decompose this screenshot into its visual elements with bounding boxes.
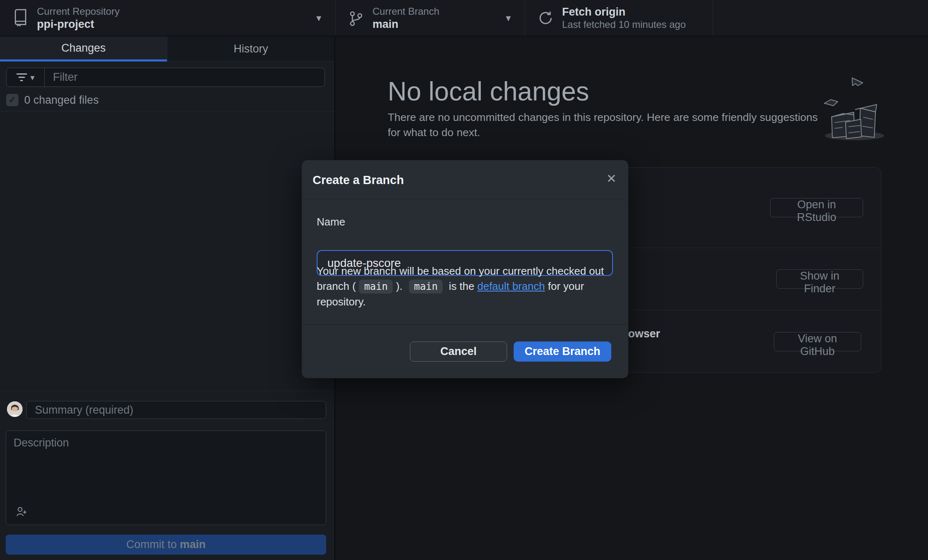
commit-description-input[interactable] (6, 431, 326, 501)
changes-sidebar: Changes History ▾ ✓ 0 changed files (0, 36, 335, 560)
current-repository-name: ppi-project (37, 18, 119, 31)
dialog-description: Your new branch will be based on your cu… (317, 264, 620, 310)
tab-changes-label: Changes (61, 42, 105, 55)
paper-plane-icon (852, 78, 863, 86)
chevron-down-icon: ▾ (316, 12, 321, 24)
changed-files-row: ✓ 0 changed files (6, 93, 99, 107)
empty-state-description: There are no uncommitted changes in this… (388, 110, 818, 140)
select-all-checkbox[interactable]: ✓ (6, 94, 18, 106)
cancel-button[interactable]: Cancel (410, 341, 507, 362)
show-in-finder-button[interactable]: Show in Finder (776, 269, 863, 289)
branch-code-badge: main (409, 280, 443, 294)
tab-history-label: History (233, 43, 268, 55)
toolbar: Current Repository ppi-project ▾ Current… (0, 0, 928, 36)
dialog-title: Create a Branch (313, 173, 404, 187)
filter-options-button[interactable]: ▾ (7, 68, 45, 87)
tab-history[interactable]: History (167, 36, 334, 61)
commit-button-branch: main (180, 538, 206, 551)
commit-to-branch-button[interactable]: Commit to main (6, 535, 326, 555)
current-repository-label: Current Repository (37, 5, 119, 18)
create-branch-dialog: Create a Branch ✕ Name Your new branch w… (302, 160, 629, 378)
divider (0, 111, 334, 112)
sidebar-tabs: Changes History (0, 36, 334, 61)
text-token: branch ( (317, 280, 356, 292)
branch-name-label: Name (317, 216, 345, 228)
filter-input[interactable] (45, 68, 325, 87)
tab-changes[interactable]: Changes (0, 36, 167, 61)
commit-summary-input[interactable] (26, 401, 326, 419)
fetch-origin-title: Fetch origin (562, 5, 686, 18)
dialog-header: Create a Branch ✕ (302, 160, 628, 200)
suggestion-title-fragment: owser (628, 328, 660, 340)
paper-stack-illustration (814, 69, 928, 147)
default-branch-link[interactable]: default branch (477, 280, 545, 292)
dialog-description-line2: branch (main).main is the default branch… (317, 279, 620, 294)
commit-form: Commit to main (0, 391, 334, 560)
filter-bar: ▾ (6, 68, 325, 87)
changed-files-count: 0 changed files (24, 94, 99, 107)
text-token: is the (446, 280, 478, 292)
empty-state-description-line2: for what to do next. (388, 125, 818, 140)
commit-button-prefix: Commit to (126, 538, 180, 551)
current-branch-name: main (373, 18, 439, 31)
empty-state-description-line1: There are no uncommitted changes in this… (388, 110, 818, 125)
git-branch-icon (347, 9, 365, 27)
current-repository-selector[interactable]: Current Repository ppi-project ▾ (0, 0, 336, 36)
user-avatar (7, 401, 23, 417)
fetch-origin-subtitle: Last fetched 10 minutes ago (562, 18, 686, 31)
repo-book-icon (11, 9, 30, 27)
dialog-description-line3: repository. (317, 294, 620, 310)
chevron-down-icon: ▾ (30, 73, 34, 82)
current-branch-label: Current Branch (373, 5, 439, 18)
filter-icon (16, 73, 27, 81)
text-token: ). (396, 280, 402, 292)
create-branch-button[interactable]: Create Branch (514, 341, 611, 362)
branch-code-badge: main (359, 280, 393, 294)
paper-plane-icon (824, 100, 838, 106)
check-icon: ✓ (9, 95, 16, 105)
view-on-github-button[interactable]: View on GitHub (774, 332, 861, 351)
chevron-down-icon: ▾ (506, 12, 511, 24)
dialog-footer: Cancel Create Branch (302, 324, 628, 378)
sync-icon (537, 9, 555, 27)
commit-description-box (6, 430, 326, 525)
current-branch-selector[interactable]: Current Branch main ▾ (336, 0, 525, 36)
close-icon[interactable]: ✕ (606, 173, 617, 185)
text-token: for your (545, 280, 584, 292)
open-in-rstudio-button[interactable]: Open in RStudio (770, 198, 863, 217)
dialog-description-line1: Your new branch will be based on your cu… (317, 264, 620, 279)
fetch-origin-button[interactable]: Fetch origin Last fetched 10 minutes ago (525, 0, 713, 36)
empty-state-title: No local changes (388, 76, 589, 107)
add-coauthor-icon[interactable] (15, 505, 28, 518)
